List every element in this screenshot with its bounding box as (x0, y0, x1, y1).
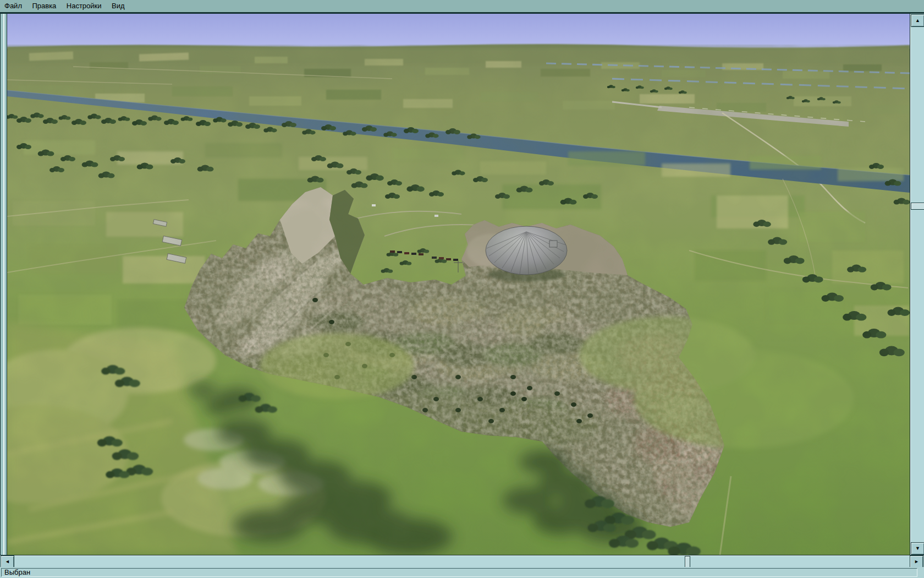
map-editor-window: Файл Правка Настройки Вид (0, 0, 924, 578)
scroll-left-button[interactable]: ◄ (1, 555, 14, 568)
arrow-left-icon: ◄ (5, 559, 10, 564)
left-frame-edge (0, 14, 7, 555)
arrow-right-icon: ► (914, 559, 919, 564)
scroll-right-button[interactable]: ► (910, 555, 923, 568)
vertical-scrollbar[interactable]: ▲ ▼ (910, 14, 924, 555)
menu-item-view[interactable]: Вид (108, 0, 129, 12)
horizontal-scroll-thumb[interactable] (685, 556, 690, 568)
status-text-panel: Выбран (1, 568, 917, 577)
arrow-down-icon: ▼ (915, 546, 920, 551)
vertical-scroll-thumb[interactable] (911, 203, 924, 210)
scroll-up-button[interactable]: ▲ (911, 14, 924, 27)
status-bar: Выбран (0, 567, 924, 578)
terrain-3d-view[interactable] (7, 14, 910, 555)
scroll-down-button[interactable]: ▼ (911, 542, 924, 555)
menu-item-settings[interactable]: Настройки (63, 0, 106, 12)
menu-item-edit[interactable]: Правка (28, 0, 60, 12)
status-text: Выбран (4, 568, 30, 576)
horizontal-scrollbar[interactable]: ◄ ► (0, 555, 924, 568)
arrow-up-icon: ▲ (915, 18, 920, 23)
menu-bar: Файл Правка Настройки Вид (0, 0, 924, 14)
menu-item-file[interactable]: Файл (0, 0, 26, 12)
